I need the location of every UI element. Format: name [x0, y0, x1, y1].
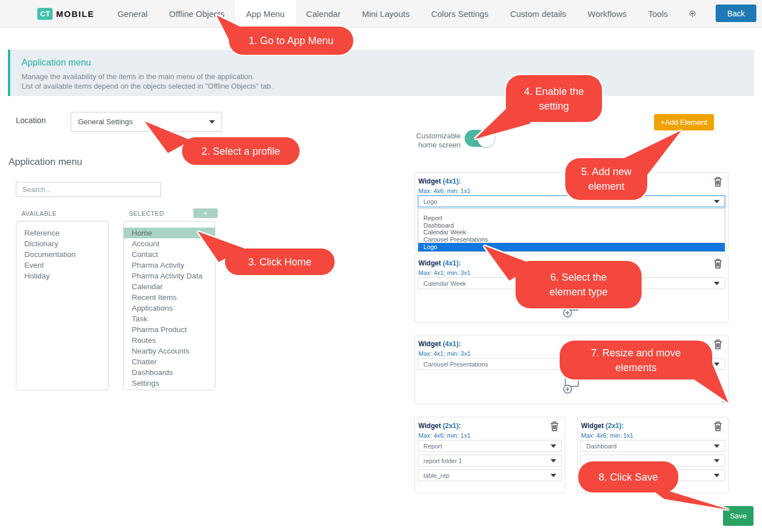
list-item[interactable]: Recent Items: [124, 292, 215, 303]
list-item[interactable]: Pharma Activity: [124, 260, 215, 271]
top-navbar: CT MOBILE General Offline Objects App Me…: [0, 0, 762, 28]
list-item[interactable]: Documentation: [16, 249, 109, 260]
logo-badge: CT: [37, 8, 53, 20]
widget-limits: Max: 4x1; min: 3x1: [418, 350, 470, 357]
list-item[interactable]: Chatter: [124, 356, 215, 367]
list-item[interactable]: Calendar: [124, 281, 215, 292]
tab-colors-settings[interactable]: Colors Settings: [421, 0, 500, 27]
location-select[interactable]: General Settings: [71, 112, 222, 132]
widget-title: Widget (4x1):: [418, 177, 461, 185]
dropdown-option[interactable]: Dashboard: [418, 222, 725, 229]
trash-icon[interactable]: [713, 339, 722, 352]
widget-title: Widget (4x1):: [418, 340, 461, 348]
dropdown-option-highlighted[interactable]: Logo: [418, 243, 725, 251]
chevron-down-icon: [714, 363, 720, 366]
list-item[interactable]: LinkList: [124, 389, 215, 390]
logo-text: MOBILE: [56, 9, 94, 19]
banner-title: Application menu: [21, 58, 754, 68]
callout-bubble: 3. Click Home: [225, 248, 335, 275]
select-value: Carousel Presentations: [423, 361, 488, 368]
widget-limits: Max: 4x6; min: 1x1: [581, 432, 633, 439]
available-list: Reference Dictionary Documentation Event…: [16, 221, 109, 390]
list-item[interactable]: Settings: [124, 378, 215, 389]
info-banner: Application menu Manage the availability…: [8, 50, 754, 96]
callout-bubble: 1. Go to App Menu: [229, 27, 353, 55]
list-item[interactable]: Pharma Activity Data: [124, 271, 215, 281]
search-input[interactable]: [16, 182, 161, 197]
list-item[interactable]: Holiday: [16, 271, 109, 281]
cloud-sync-icon[interactable]: [687, 8, 698, 19]
chevron-down-icon: [714, 200, 720, 203]
list-item[interactable]: Event: [16, 260, 109, 271]
chevron-down-icon: [209, 120, 215, 124]
tab-custom-details[interactable]: Custom details: [499, 0, 577, 27]
select-value: Report: [423, 443, 442, 450]
report-select[interactable]: table_rep: [418, 469, 562, 481]
select-value: report folder 1: [423, 457, 462, 464]
selected-label: SELECTED: [129, 210, 164, 217]
chevron-down-icon: [551, 444, 556, 448]
list-item[interactable]: Contact: [124, 249, 215, 260]
select-value: Logo: [423, 198, 437, 205]
tab-workflows[interactable]: Workflows: [577, 0, 638, 27]
list-item[interactable]: Dashboards: [124, 367, 215, 378]
tab-general[interactable]: General: [107, 0, 158, 27]
list-item[interactable]: Task: [124, 313, 215, 324]
callout-bubble: 2. Select a profile: [182, 137, 300, 165]
select-value: Calendar Week: [423, 280, 466, 287]
section-heading: Application menu: [8, 156, 82, 168]
widget-limits: Max: 4x1; min: 3x1: [418, 269, 470, 276]
callout-bubble: 8. Click Save: [578, 461, 678, 492]
callout-bubble: 7. Resize and moveelements: [560, 341, 712, 380]
chevron-down-icon: [714, 474, 720, 477]
trash-icon[interactable]: [713, 177, 722, 189]
chevron-down-icon: [714, 459, 720, 463]
list-item[interactable]: Dictionary: [16, 238, 109, 249]
list-item[interactable]: Pharma Product: [124, 324, 215, 335]
list-item[interactable]: Account: [124, 238, 215, 249]
add-element-button[interactable]: +Add Element: [654, 114, 714, 130]
list-item[interactable]: Routes: [124, 335, 215, 346]
nav-tabs: General Offline Objects App Menu Calenda…: [107, 0, 679, 27]
tab-calendar[interactable]: Calendar: [296, 0, 352, 27]
select-value: table_rep: [423, 472, 449, 479]
chevron-down-icon: [551, 474, 556, 477]
banner-line-1: Manage the availability of the items in …: [21, 72, 754, 81]
chevron-down-icon: [714, 282, 720, 285]
tab-app-menu[interactable]: App Menu: [235, 0, 295, 27]
trash-icon[interactable]: [713, 259, 722, 271]
dropdown-option[interactable]: Carousel Presentations: [418, 236, 725, 243]
callout-bubble: 6. Select theelement type: [516, 261, 642, 308]
tab-tools[interactable]: Tools: [638, 0, 679, 27]
app-logo: CT MOBILE: [37, 8, 94, 20]
back-button[interactable]: Back: [716, 5, 756, 22]
widget-type-select[interactable]: Dashboard: [581, 440, 725, 452]
add-item-button[interactable]: +: [193, 208, 218, 218]
widget-limits: Max: 4x6; min: 1x1: [418, 432, 470, 439]
trash-icon[interactable]: [713, 421, 722, 434]
available-label: AVAILABLE: [21, 210, 57, 217]
tab-mini-layouts[interactable]: Mini Layouts: [351, 0, 420, 27]
dropdown-option[interactable]: Calendar Week: [418, 229, 725, 236]
selected-list: Home Account Contact Pharma Activity Pha…: [123, 221, 215, 390]
banner-line-2: List of available items depend on the ob…: [21, 81, 754, 91]
list-item[interactable]: Reference: [16, 228, 109, 238]
list-item[interactable]: Applications: [124, 303, 215, 313]
widget-title: Widget (2x1):: [418, 422, 461, 430]
save-button[interactable]: Save: [723, 506, 754, 526]
report-folder-select[interactable]: report folder 1: [418, 455, 562, 466]
widget-type-dropdown: Report Dashboard Calendar Week Carousel …: [418, 208, 725, 252]
trash-icon[interactable]: [550, 421, 559, 434]
select-value: Dashboard: [586, 443, 617, 450]
list-item[interactable]: Nearby Accounts: [124, 346, 215, 356]
widget-title: Widget (4x1):: [418, 259, 461, 267]
customizable-home-screen-label: Customizable home screen: [413, 132, 461, 150]
location-label: Location: [16, 116, 46, 125]
callout-bubble: 4. Enable thesetting: [506, 75, 602, 122]
toggle-label-line2: home screen: [413, 141, 461, 150]
dropdown-option[interactable]: Report: [418, 215, 725, 222]
app-window: CT MOBILE General Offline Objects App Me…: [0, 0, 762, 532]
widget-card-report: Widget (2x1): Max: 4x6; min: 1x1 Report …: [414, 417, 565, 493]
widget-type-select[interactable]: Report: [418, 440, 562, 452]
chevron-down-icon: [551, 459, 556, 463]
